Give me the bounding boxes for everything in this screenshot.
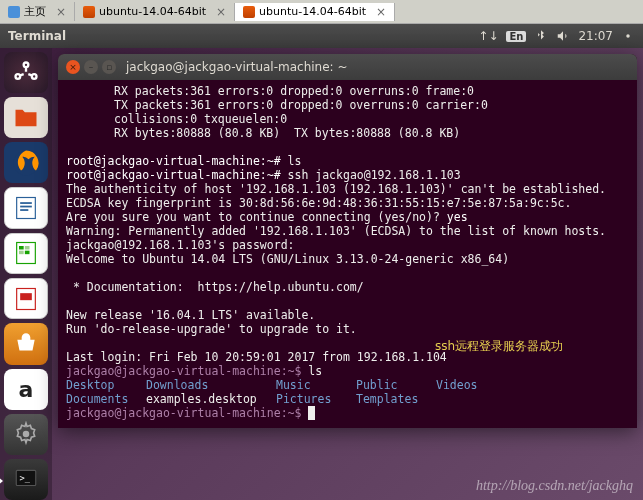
browser-tab-vm1[interactable]: ubuntu-14.04-64bit× <box>75 3 235 21</box>
cmd-ls: ls <box>288 154 302 168</box>
input-method-indicator[interactable]: En <box>506 31 526 42</box>
doc-line: * Documentation: https://help.ubuntu.com… <box>66 280 364 294</box>
ls-downloads: Downloads <box>146 378 276 392</box>
dash-icon[interactable] <box>4 52 48 93</box>
ssh-password-line: jackgao@192.168.1.103's password: <box>66 238 294 252</box>
clock[interactable]: 21:07 <box>578 29 613 43</box>
svg-rect-8 <box>20 209 28 211</box>
svg-rect-12 <box>19 251 24 255</box>
root-prompt: root@jackgao-virtual-machine:~# <box>66 154 281 168</box>
svg-rect-15 <box>20 293 32 300</box>
user-prompt-2: jackgao@jackgao-virtual-machine:~$ <box>66 406 301 420</box>
ls-examples: examples.desktop <box>146 392 276 406</box>
ubuntu-software-icon[interactable] <box>4 323 48 364</box>
svg-rect-10 <box>19 246 24 250</box>
welcome-line: Welcome to Ubuntu 14.04 LTS (GNU/Linux 3… <box>66 252 509 266</box>
vm-icon <box>83 6 95 18</box>
release-line-2: Run 'do-release-upgrade' to upgrade to i… <box>66 322 357 336</box>
tab-label: 主页 <box>24 4 46 19</box>
files-icon[interactable] <box>4 97 48 138</box>
svg-point-3 <box>32 74 37 79</box>
release-line-1: New release '16.04.1 LTS' available. <box>66 308 315 322</box>
svg-rect-5 <box>17 198 36 219</box>
tab-label: ubuntu-14.04-64bit <box>99 5 206 18</box>
ssh-auth-line: The authenticity of host '192.168.1.103 … <box>66 182 606 196</box>
vm-icon <box>243 6 255 18</box>
tab-close-icon[interactable]: × <box>56 5 66 19</box>
app-title: Terminal <box>8 29 66 43</box>
ls-music: Music <box>276 378 356 392</box>
tab-close-icon[interactable]: × <box>216 5 226 19</box>
net-tx: TX packets:361 errors:0 dropped:0 overru… <box>66 98 629 112</box>
ssh-confirm-a: yes <box>447 210 468 224</box>
session-gear-icon[interactable] <box>621 29 635 43</box>
browser-tab-vm2[interactable]: ubuntu-14.04-64bit× <box>235 3 395 21</box>
svg-text:>_: >_ <box>20 474 31 484</box>
svg-rect-7 <box>20 206 32 208</box>
libreoffice-impress-icon[interactable] <box>4 278 48 319</box>
svg-rect-13 <box>25 251 30 255</box>
ls-templates: Templates <box>356 392 418 406</box>
amazon-icon[interactable]: a <box>4 369 48 410</box>
ls-pictures: Pictures <box>276 392 356 406</box>
svg-rect-6 <box>20 202 32 204</box>
updown-indicator-icon[interactable]: ↑↓ <box>478 29 498 43</box>
browser-tab-strip: 主页× ubuntu-14.04-64bit× ubuntu-14.04-64b… <box>0 0 643 24</box>
svg-point-1 <box>24 62 29 67</box>
terminal-titlebar[interactable]: × – ▫ jackgao@jackgao-virtual-machine: ~ <box>58 54 637 80</box>
cursor <box>308 406 315 420</box>
browser-tab-home[interactable]: 主页× <box>0 2 75 21</box>
window-close-button[interactable]: × <box>66 60 80 74</box>
tab-close-icon[interactable]: × <box>376 5 386 19</box>
unity-launcher: a >_ <box>0 48 52 500</box>
svg-rect-11 <box>25 246 30 250</box>
bluetooth-icon[interactable] <box>534 29 548 43</box>
net-rx: RX packets:361 errors:0 dropped:0 overru… <box>66 84 629 98</box>
last-login-line: Last login: Fri Feb 10 20:59:01 2017 fro… <box>66 350 447 364</box>
svg-point-0 <box>626 34 630 38</box>
net-coll: collisions:0 txqueuelen:0 <box>66 112 629 126</box>
watermark-text: http://blog.csdn.net/jackghq <box>476 478 633 494</box>
system-settings-icon[interactable] <box>4 414 48 455</box>
libreoffice-calc-icon[interactable] <box>4 233 48 274</box>
home-icon <box>8 6 20 18</box>
ls-public: Public <box>356 378 436 392</box>
svg-point-16 <box>23 431 30 438</box>
firefox-icon[interactable] <box>4 142 48 183</box>
ssh-confirm-q: Are you sure you want to continue connec… <box>66 210 440 224</box>
ls-videos: Videos <box>436 378 478 392</box>
ubuntu-menu-bar: Terminal ↑↓ En 21:07 <box>0 24 643 48</box>
ssh-ecdsa-line: ECDSA key fingerprint is 30:8d:56:6e:9d:… <box>66 196 571 210</box>
volume-icon[interactable] <box>556 29 570 43</box>
terminal-output[interactable]: RX packets:361 errors:0 dropped:0 overru… <box>58 80 637 428</box>
cmd-ssh: ssh jackgao@192.168.1.103 <box>288 168 461 182</box>
user-prompt: jackgao@jackgao-virtual-machine:~$ <box>66 364 301 378</box>
annotation-text: ssh远程登录服务器成功 <box>435 338 563 355</box>
terminal-icon[interactable]: >_ <box>4 459 48 500</box>
terminal-window: × – ▫ jackgao@jackgao-virtual-machine: ~… <box>58 54 637 428</box>
terminal-title-text: jackgao@jackgao-virtual-machine: ~ <box>126 60 348 74</box>
ls-documents: Documents <box>66 392 146 406</box>
net-bytes: RX bytes:80888 (80.8 KB) TX bytes:80888 … <box>66 126 629 140</box>
window-maximize-button[interactable]: ▫ <box>102 60 116 74</box>
window-minimize-button[interactable]: – <box>84 60 98 74</box>
ssh-warn-line: Warning: Permanently added '192.168.1.10… <box>66 224 606 238</box>
libreoffice-writer-icon[interactable] <box>4 187 48 228</box>
ls-desktop: Desktop <box>66 378 146 392</box>
svg-point-2 <box>16 74 21 79</box>
cmd-ls-user: ls <box>308 364 322 378</box>
root-prompt: root@jackgao-virtual-machine:~# <box>66 168 281 182</box>
tab-label: ubuntu-14.04-64bit <box>259 5 366 18</box>
